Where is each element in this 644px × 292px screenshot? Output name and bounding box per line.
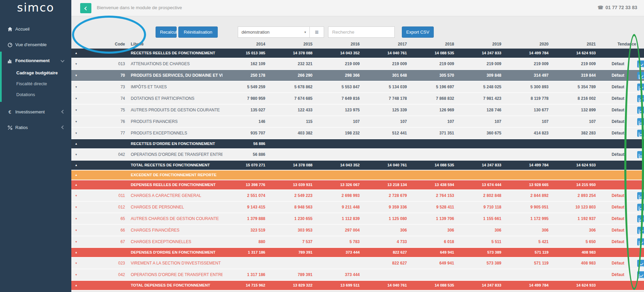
row-expander[interactable]: ▾ (71, 202, 83, 213)
caret-down-icon[interactable]: ▾ (75, 190, 83, 201)
back-button[interactable] (80, 3, 91, 13)
trend-chart-button[interactable] (637, 151, 644, 158)
row-expander[interactable]: ▾ (71, 149, 83, 160)
caret-down-icon[interactable]: ▾ (75, 258, 83, 269)
row-label: PRODUITS FINANCIERS (126, 116, 222, 127)
row-expander[interactable]: ▴✚ (71, 170, 83, 180)
table-row[interactable]: ▾011CHARGES A CARACTERE GENERAL2 551 074… (71, 190, 644, 202)
row-expander[interactable]: ▴✚ (71, 49, 83, 58)
table-row[interactable]: ▾042OPERATIONS D'ORDRE DE TRANSFERT ENTR… (71, 149, 644, 161)
table-row[interactable]: ▾023VIREMENT A LA SECTION D'INVESTISSEME… (71, 258, 644, 269)
table-row[interactable]: ▾70PRODUITS DES SERVICES, DU DOMAINE ET … (71, 70, 644, 81)
table-row[interactable]: ▾042OPERATIONS D'ORDRE DE TRANSFERT ENTR… (71, 269, 644, 281)
recalc-button[interactable]: Recalcul (156, 26, 177, 38)
scenario-select[interactable]: démonstration ▾ (238, 26, 310, 38)
row-expander[interactable]: ▾ (71, 258, 83, 269)
sidebar-item-accueil[interactable]: Accueil (0, 24, 71, 33)
menu-burger-button[interactable]: ≡ (310, 26, 324, 38)
trend-chart-button[interactable] (637, 227, 644, 234)
app-logo[interactable]: simco (0, 1, 71, 14)
row-expander[interactable]: ▾ (71, 58, 83, 69)
row-value: 14 247 833 (455, 161, 502, 170)
row-expander[interactable]: ▴✚ (71, 161, 83, 170)
row-expander[interactable]: ▾ (71, 225, 83, 236)
row-expander[interactable]: ▴✚ (71, 248, 83, 257)
row-expander[interactable]: ▾ (71, 105, 83, 115)
row-value: 371 351 (408, 128, 455, 139)
table-row[interactable]: ▾75AUTRES PRODUITS DE GESTION COURANTE13… (71, 105, 644, 116)
trend-chart-button[interactable] (637, 60, 644, 68)
caret-down-icon[interactable]: ▾ (75, 236, 83, 247)
trend-chart-button[interactable] (637, 84, 644, 91)
table-row[interactable]: ▴✚TOTAL RECETTES DE FONCTIONNEMENT15 070… (71, 161, 644, 170)
row-value: 14 499 784 (502, 49, 549, 58)
row-expander[interactable]: ▾ (71, 70, 83, 81)
trend-chart-button[interactable] (637, 107, 644, 114)
caret-down-icon[interactable]: ▾ (75, 202, 83, 213)
search-input[interactable] (328, 26, 395, 38)
trend-chart-button[interactable] (637, 118, 644, 125)
row-expander[interactable]: ▾ (71, 269, 83, 280)
trend-chart-button[interactable] (637, 238, 644, 245)
table-row[interactable]: ▾73IMPÔTS ET TAXES5 549 2595 678 8625 55… (71, 81, 644, 93)
caret-down-icon[interactable]: ▾ (75, 225, 83, 236)
table-row[interactable]: ▾74DOTATIONS ET PARTICIPATIONS7 980 9597… (71, 93, 644, 105)
row-trend: Défaut (596, 269, 627, 280)
trend-chart-button[interactable] (637, 72, 644, 79)
trend-chart-button[interactable] (637, 95, 644, 102)
caret-down-icon[interactable]: ▾ (75, 81, 83, 92)
row-value: 14 624 933 (549, 281, 596, 290)
row-expander[interactable]: ▴✚ (71, 180, 83, 189)
sidebar-subitem-dotations[interactable]: Dotations (16, 91, 67, 98)
table-row[interactable]: ▴✚TOTAL DEPENSES DE FONCTIONNEMENT14 715… (71, 281, 644, 291)
row-expander[interactable]: ▾ (71, 116, 83, 127)
sidebar-subitem-cadrage-budgetaire[interactable]: Cadrage budgétaire (16, 69, 67, 77)
caret-down-icon[interactable]: ▾ (75, 116, 83, 127)
trend-chart-button[interactable] (637, 260, 644, 267)
reset-button[interactable]: Réinitialisation (178, 26, 218, 38)
row-label: CHARGES FINANCIÈRES (126, 225, 222, 236)
row-expander[interactable]: ▾ (71, 236, 83, 247)
table-row[interactable]: ▾76PRODUITS FINANCIERS146115107107107107… (71, 116, 644, 128)
caret-down-icon[interactable]: ▾ (75, 213, 83, 224)
table-row[interactable]: ▴✚RECETTES D'ORDRE EN FONCTIONNEMENT56 8… (71, 139, 644, 149)
table-row[interactable]: ▾013ATTENUATIONS DE CHARGES162 109232 32… (71, 58, 644, 70)
table-row[interactable]: ▾65AUTRES CHARGES DE GESTION COURANTE1 3… (71, 213, 644, 225)
trend-chart-button[interactable] (637, 130, 644, 137)
row-value: 297 004 (313, 225, 360, 236)
caret-down-icon[interactable]: ▾ (75, 105, 83, 115)
row-value (360, 269, 408, 280)
caret-down-icon[interactable]: ▾ (75, 128, 83, 139)
row-expander[interactable]: ▾ (71, 128, 83, 139)
caret-down-icon[interactable]: ▾ (75, 70, 83, 81)
table-row[interactable]: ▴✚RECETTES REELLES DE FONCTIONNEMENT15 0… (71, 49, 644, 58)
table-row[interactable]: ▾77PRODUITS EXCEPTIONNELS935 707403 3821… (71, 128, 644, 139)
row-expander[interactable]: ▾ (71, 213, 83, 224)
export-csv-button[interactable]: Export CSV (402, 26, 434, 38)
sidebar-item-vue-densemble[interactable]: Vue d'ensemble (0, 40, 71, 49)
row-expander[interactable]: ▾ (71, 190, 83, 201)
table-header-tendance: Tendance (606, 40, 636, 49)
trend-chart-button[interactable] (637, 215, 644, 222)
sidebar-subitem-fiscalite-directe[interactable]: Fiscalité directe (16, 80, 67, 88)
caret-down-icon[interactable]: ▾ (75, 149, 83, 160)
caret-down-icon[interactable]: ▾ (75, 58, 83, 69)
table-row[interactable]: ▾012CHARGES DE PERSONNEL9 143 4158 948 5… (71, 202, 644, 213)
row-expander[interactable]: ▴✚ (71, 139, 83, 148)
row-expander[interactable]: ▾ (71, 93, 83, 104)
table-row[interactable]: ▾67CHARGES EXCEPTIONNELLES8807 5375 7834… (71, 236, 644, 248)
table-row[interactable]: ▴✚DEPENSES D'ORDRE EN FONCTIONNEMENT1 31… (71, 248, 644, 258)
trend-chart-button[interactable] (637, 192, 644, 199)
row-expander[interactable]: ▴✚ (71, 281, 83, 290)
caret-down-icon[interactable]: ▾ (75, 269, 83, 280)
table-row[interactable]: ▴✚EXCEDENT DE FONCTIONNEMENT REPORTE (71, 170, 644, 180)
table-row[interactable]: ▴✚DEPENSES REELLES DE FONCTIONNEMENT13 3… (71, 180, 644, 190)
sidebar-item-ratios[interactable]: Ratios (0, 123, 71, 132)
sidebar-item-fonctionnement[interactable]: Fonctionnement (0, 56, 71, 65)
trend-chart-button[interactable] (637, 204, 644, 211)
row-expander[interactable]: ▾ (71, 81, 83, 92)
table-row[interactable]: ▾66CHARGES FINANCIÈRES323 519303 953297 … (71, 225, 644, 236)
trend-chart-button[interactable] (637, 271, 644, 278)
sidebar-item-investissement[interactable]: €Investissement (0, 107, 71, 116)
caret-down-icon[interactable]: ▾ (75, 93, 83, 104)
